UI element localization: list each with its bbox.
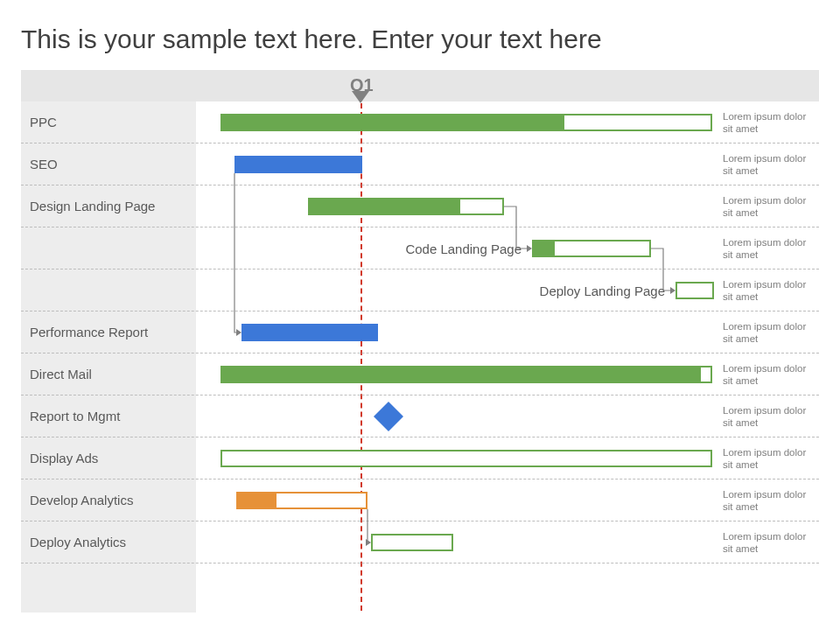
task-note: Lorem ipsum dolor sit amet [723,404,816,430]
gantt-row: Code Landing PageLorem ipsum dolor sit a… [21,228,819,270]
task-label: Performance Report [30,325,187,340]
milestone-diamond-icon[interactable] [374,402,403,431]
task-note: Lorem ipsum dolor sit amet [723,320,816,346]
gantt-row: Direct MailLorem ipsum dolor sit amet [21,354,819,396]
row-separator [21,563,819,564]
task-label: SEO [30,157,187,172]
task-bar[interactable] [220,450,712,467]
task-label: Report to Mgmt [30,409,187,424]
task-bar-progress [534,242,555,256]
gantt-row: PPCLorem ipsum dolor sit amet [21,102,819,144]
task-note: Lorem ipsum dolor sit amet [723,194,816,220]
task-label: Develop Analytics [30,493,187,508]
task-note: Lorem ipsum dolor sit amet [723,110,816,136]
gantt-row: Report to MgmtLorem ipsum dolor sit amet [21,396,819,438]
task-bar-progress [236,158,360,172]
task-note: Lorem ipsum dolor sit amet [723,152,816,178]
task-bar[interactable] [234,156,362,173]
slide: This is your sample text here. Enter you… [0,0,840,630]
task-label: PPC [30,115,187,130]
task-note: Lorem ipsum dolor sit amet [723,236,816,262]
task-note: Lorem ipsum dolor sit amet [723,446,816,472]
task-bar[interactable] [371,534,453,551]
gantt-row: Performance ReportLorem ipsum dolor sit … [21,312,819,354]
gantt-header-band [21,70,819,102]
task-note: Lorem ipsum dolor sit amet [723,278,816,304]
task-note: Lorem ipsum dolor sit amet [723,488,816,514]
task-label: Design Landing Page [30,199,187,214]
gantt-row: SEOLorem ipsum dolor sit amet [21,144,819,186]
task-label: Deploy Analytics [30,535,187,550]
gantt-row: Deploy AnalyticsLorem ipsum dolor sit am… [21,522,819,564]
gantt-row: Deploy Landing PageLorem ipsum dolor sit… [21,270,819,312]
task-bar-progress [243,326,376,340]
task-label: Display Ads [30,451,187,466]
task-bar-progress [222,368,701,382]
task-label: Direct Mail [30,367,187,382]
task-inline-label: Code Landing Page [196,242,522,256]
task-bar[interactable] [308,198,504,215]
task-bar-progress [222,116,564,130]
task-bar[interactable] [242,324,378,341]
task-bar[interactable] [220,114,712,131]
task-bar[interactable] [532,240,651,257]
slide-title[interactable]: This is your sample text here. Enter you… [21,24,819,54]
task-bar[interactable] [236,492,368,509]
gantt-row: Develop AnalyticsLorem ipsum dolor sit a… [21,480,819,522]
task-bar-progress [238,494,276,508]
gantt-row: Display AdsLorem ipsum dolor sit amet [21,438,819,480]
task-inline-label: Deploy Landing Page [196,284,665,298]
gantt-chart: Q1PPCLorem ipsum dolor sit ametSEOLorem … [21,70,819,612]
gantt-row: Design Landing PageLorem ipsum dolor sit… [21,186,819,228]
task-bar[interactable] [220,366,712,383]
task-note: Lorem ipsum dolor sit amet [723,530,816,556]
task-bar[interactable] [676,282,714,299]
task-bar-progress [310,200,460,214]
task-note: Lorem ipsum dolor sit amet [723,362,816,388]
